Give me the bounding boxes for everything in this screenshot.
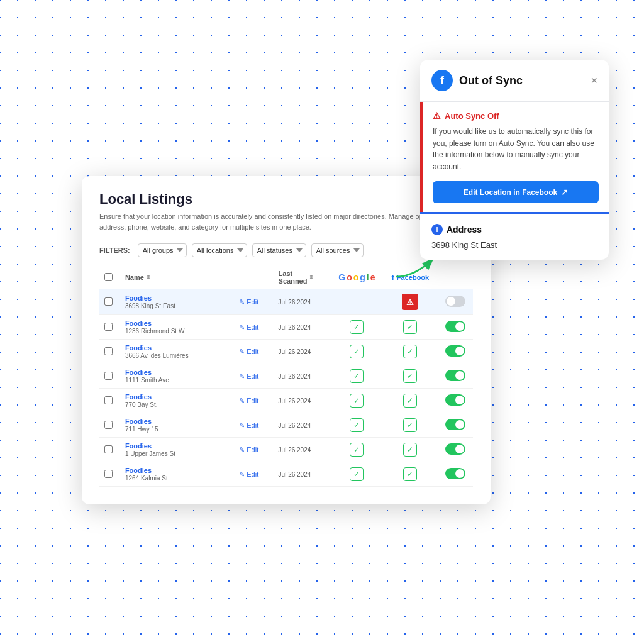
filters-label: FILTERS: [99,247,130,254]
toggle-1[interactable] [445,296,465,307]
listing-name-6[interactable]: Foodies [125,418,229,425]
row-checkbox-5[interactable] [104,396,113,404]
google-col-header: Google [335,272,378,282]
edit-icon-3: ✎ [239,348,245,356]
address-value: 3698 King St East [431,240,597,250]
row-checkbox-6[interactable] [104,421,113,429]
edit-icon-2: ✎ [239,323,245,331]
date-cell-8: Jul 26 2024 [274,462,331,487]
listing-address-1: 3698 King St East [125,303,175,309]
facebook-check-2: ✓ [403,320,417,334]
edit-button-5[interactable]: ✎ Edit [239,397,258,405]
filter-sources[interactable]: All sources [311,243,364,257]
listing-name-2[interactable]: Foodies [125,319,229,327]
listing-name-4[interactable]: Foodies [125,369,229,376]
toggle-7[interactable] [445,443,465,455]
edit-icon-7: ✎ [239,446,245,454]
table-row: Foodies 711 Hwy 15 ✎ Edit Jul 26 2024 ✓ … [99,413,473,438]
address-label: i Address [431,224,597,235]
listing-name-5[interactable]: Foodies [125,393,229,401]
listings-table: Name ⇕ LastScanned ⇕ Google [99,266,473,487]
facebook-icon: f [431,70,453,91]
listing-address-3: 3666 Av. des Lumières [125,352,189,359]
row-checkbox-1[interactable] [104,297,113,306]
select-all-checkbox[interactable] [104,273,113,281]
edit-button-6[interactable]: ✎ Edit [239,421,258,430]
table-row: Foodies 1236 Richmond St W ✎ Edit Jul 26… [99,315,473,340]
table-row: Foodies 1111 Smith Ave ✎ Edit Jul 26 202… [99,364,473,389]
page-title: Local Listings [99,191,473,208]
edit-button-7[interactable]: ✎ Edit [239,446,258,454]
info-icon: i [431,224,443,235]
listing-address-7: 1 Upper James St [125,450,175,457]
page-subtitle: Ensure that your location information is… [99,211,473,232]
toggle-2[interactable] [445,321,465,332]
toggle-6[interactable] [445,419,465,430]
row-checkbox-7[interactable] [104,445,113,453]
external-link-icon: ↗ [561,187,568,197]
listing-name-1[interactable]: Foodies [125,294,229,302]
last-scanned-sort-icon[interactable]: ⇕ [309,274,314,280]
toggle-4[interactable] [445,370,465,381]
filter-groups[interactable]: All groups [138,243,187,257]
row-checkbox-4[interactable] [104,372,113,380]
edit-location-facebook-button[interactable]: Edit Location in Facebook ↗ [433,181,599,203]
facebook-check-6: ✓ [403,418,417,432]
edit-button-4[interactable]: ✎ Edit [239,372,258,380]
popup-header-left: f Out of Sync [431,70,523,91]
toggle-3[interactable] [445,345,465,357]
toggle-8[interactable] [445,468,465,479]
auto-sync-title: ⚠ Auto Sync Off [433,111,599,121]
address-section: i Address 3698 King St East [420,212,609,260]
facebook-check-4: ✓ [403,369,417,383]
listing-address-2: 1236 Richmond St W [125,328,185,335]
edit-button-1[interactable]: ✎ Edit [239,298,258,306]
table-row: Foodies 1 Upper James St ✎ Edit Jul 26 2… [99,438,473,462]
close-button[interactable]: × [591,75,597,86]
google-check-2: ✓ [350,320,364,334]
row-checkbox-3[interactable] [104,347,113,355]
edit-icon-1: ✎ [239,298,245,306]
edit-icon-6: ✎ [239,421,245,430]
google-check-6: ✓ [350,418,364,432]
edit-icon-4: ✎ [239,372,245,380]
date-cell-5: Jul 26 2024 [274,389,331,413]
facebook-check-8: ✓ [403,467,417,481]
listing-name-7[interactable]: Foodies [125,442,229,450]
name-sort-icon[interactable]: ⇕ [146,274,151,280]
listing-address-4: 1111 Smith Ave [125,377,169,384]
listing-address-6: 711 Hwy 15 [125,426,158,433]
date-cell-2: Jul 26 2024 [274,315,331,340]
table-row: Foodies 3666 Av. des Lumières ✎ Edit Jul… [99,340,473,364]
popup-title: Out of Sync [459,74,523,87]
warning-triangle-icon: ⚠ [433,111,441,121]
edit-icon-5: ✎ [239,397,245,405]
auto-sync-body: If you would like us to automatically sy… [433,126,599,172]
google-check-4: ✓ [350,369,364,383]
google-check-8: ✓ [350,467,364,481]
date-cell-4: Jul 26 2024 [274,364,331,389]
filter-statuses[interactable]: All statuses [252,243,306,257]
edit-icon-8: ✎ [239,470,245,479]
date-cell-3: Jul 26 2024 [274,340,331,364]
row-checkbox-2[interactable] [104,323,113,331]
name-col-header: Name [125,274,144,281]
toggle-5[interactable] [445,394,465,406]
edit-button-3[interactable]: ✎ Edit [239,348,258,356]
edit-button-8[interactable]: ✎ Edit [239,470,258,479]
listing-name-8[interactable]: Foodies [125,467,229,474]
listing-name-3[interactable]: Foodies [125,344,229,352]
table-row: Foodies 1264 Kalmia St ✎ Edit Jul 26 202… [99,462,473,487]
row-checkbox-8[interactable] [104,470,113,478]
facebook-warning-1[interactable]: ⚠ [402,294,418,310]
date-cell-1: Jul 26 2024 [274,289,331,315]
edit-button-2[interactable]: ✎ Edit [239,323,258,331]
last-scanned-col-header: LastScanned [279,270,308,285]
date-cell-7: Jul 26 2024 [274,438,331,462]
listing-address-5: 770 Bay St. [125,401,158,408]
google-check-7: ✓ [350,443,364,457]
popup-header: f Out of Sync × [420,60,609,102]
listing-address-8: 1264 Kalmia St [125,475,168,482]
table-row: Foodies 3698 King St East ✎ Edit Jul 26 … [99,289,473,315]
filter-locations[interactable]: All locations [192,243,247,257]
